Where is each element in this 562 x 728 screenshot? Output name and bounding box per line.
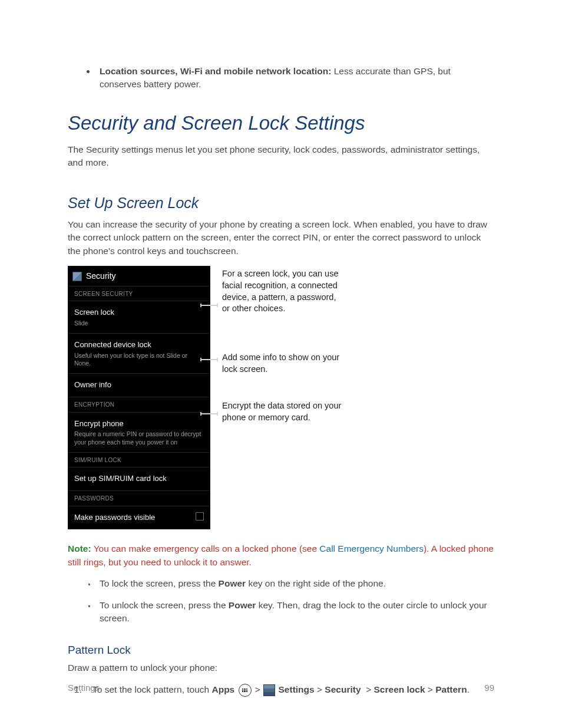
- heading-set-up-screen-lock: Set Up Screen Lock: [68, 192, 494, 213]
- footer-page-number: 99: [484, 681, 494, 694]
- row-owner-info: Owner info: [68, 374, 210, 397]
- note-emergency-calls: Note: You can make emergency calls on a …: [68, 542, 494, 569]
- row-title: Set up SIM/RUIM card lock: [74, 473, 204, 485]
- lock-unlock-list: To lock the screen, press the Power key …: [68, 577, 494, 625]
- row-subtitle: Useful when your lock type is not Slide …: [74, 352, 204, 367]
- li-bold: Power: [219, 578, 246, 588]
- row-title: Encrypt phone: [74, 419, 204, 430]
- li-post: key on the right side of the phone.: [246, 578, 386, 588]
- row-screen-lock: Screen lock Slide: [68, 301, 210, 334]
- figure-security-settings: Security SCREEN SECURITY Screen lock Sli…: [68, 266, 494, 529]
- callout-screen-lock: For a screen lock, you can use facial re…: [222, 268, 346, 352]
- heading-pattern-lock: Pattern Lock: [68, 642, 494, 658]
- top-bullet-list: Location sources, Wi-Fi and mobile netwo…: [68, 65, 494, 91]
- phone-header-title: Security: [86, 270, 116, 282]
- note-label: Note:: [68, 543, 91, 554]
- list-item-lock: To lock the screen, press the Power key …: [96, 577, 494, 590]
- row-subtitle: Slide: [74, 319, 204, 327]
- row-title: Connected device lock: [74, 340, 204, 351]
- callout-column: For a screen lock, you can use facial re…: [222, 266, 346, 529]
- paragraph-security-intro: The Security settings menus let you set …: [68, 143, 494, 170]
- phone-screenshot: Security SCREEN SECURITY Screen lock Sli…: [68, 266, 210, 529]
- checkbox-icon: [196, 512, 204, 521]
- li-pre: To unlock the screen, press the: [100, 600, 229, 610]
- paragraph-screen-lock-intro: You can increase the security of your ph…: [68, 218, 494, 258]
- section-header-screen-security: SCREEN SECURITY: [68, 286, 210, 302]
- li-pre: To lock the screen, press the: [100, 578, 219, 588]
- row-title: Owner info: [74, 380, 204, 391]
- list-item-unlock: To unlock the screen, press the Power ke…: [96, 599, 494, 625]
- phone-header: Security: [68, 266, 210, 286]
- section-header-passwords: PASSWORDS: [68, 491, 210, 506]
- callout-owner-info: Add some info to show on your lock scree…: [222, 352, 346, 400]
- row-title: Make passwords visible: [74, 512, 204, 523]
- row-encrypt-phone: Encrypt phone Require a numeric PIN or p…: [68, 413, 210, 453]
- security-app-icon: [73, 272, 81, 281]
- callout-encrypt: Encrypt the data stored on your phone or…: [222, 400, 346, 423]
- heading-security-screen-lock: Security and Screen Lock Settings: [68, 109, 494, 137]
- footer-section: Settings: [68, 681, 100, 694]
- note-before: You can make emergency calls on a locked…: [91, 543, 320, 554]
- page-footer: Settings 99: [68, 681, 494, 694]
- link-call-emergency-numbers[interactable]: Call Emergency Numbers: [319, 543, 424, 554]
- row-subtitle: Require a numeric PIN or password to dec…: [74, 430, 204, 446]
- row-sim-lock: Set up SIM/RUIM card lock: [68, 467, 210, 491]
- row-connected-device-lock: Connected device lock Useful when your l…: [68, 334, 210, 374]
- bullet-location-sources: Location sources, Wi-Fi and mobile netwo…: [96, 65, 494, 91]
- li-bold: Power: [229, 600, 256, 610]
- paragraph-pattern-intro: Draw a pattern to unlock your phone:: [68, 661, 494, 674]
- section-header-sim-ruim: SIM/RUIM LOCK: [68, 453, 210, 468]
- bullet-bold: Location sources, Wi-Fi and mobile netwo…: [100, 66, 331, 76]
- row-title: Screen lock: [74, 307, 204, 318]
- row-passwords-visible: Make passwords visible: [68, 506, 210, 529]
- section-header-encryption: ENCRYPTION: [68, 397, 210, 413]
